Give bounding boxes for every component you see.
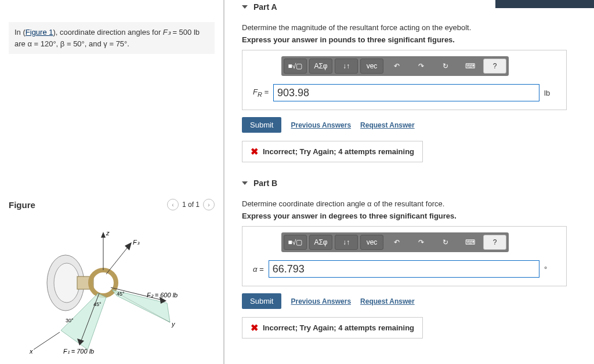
f1-label: F₁ = 700 lb	[63, 348, 94, 355]
part-a-prompt2: Express your answer in pounds to three s…	[242, 35, 582, 44]
keyboard-button[interactable]: ⌨	[459, 59, 481, 73]
part-b-previous-answers-link[interactable]: Previous Answers	[291, 297, 351, 305]
part-a-submit-button[interactable]: Submit	[242, 117, 281, 133]
template-button[interactable]: ■√▢	[284, 59, 307, 74]
updown-button[interactable]: ↓↑	[335, 235, 358, 250]
svg-marker-7	[101, 232, 106, 238]
pager-next-button[interactable]: ›	[203, 199, 215, 210]
part-b-title: Part B	[253, 179, 277, 188]
part-a-request-answer-link[interactable]: Request Answer	[360, 121, 415, 129]
axis-x-label: x	[29, 348, 33, 355]
part-b-answer-input[interactable]	[269, 260, 539, 278]
eyebolt-figure-svg: x y z F₂ = 600 lb 45° F₁ = 700 lb 3	[25, 219, 199, 358]
svg-line-14	[106, 245, 129, 274]
part-a-answer-box: ■√▢ ΑΣφ ↓↑ vec ↶ ↷ ↻ ⌨ ? FR = lb	[242, 50, 567, 110]
intro-suffix: ), coordinate direction angles for	[53, 28, 163, 37]
part-a-toolbar: ■√▢ ΑΣφ ↓↑ vec ↶ ↷ ↻ ⌨ ?	[281, 56, 509, 76]
reset-button[interactable]: ↻	[434, 235, 457, 249]
incorrect-icon: ✖	[251, 322, 258, 333]
reset-button[interactable]: ↻	[434, 59, 457, 73]
ang30: 30°	[66, 318, 74, 323]
part-b-toolbar: ■√▢ ΑΣφ ↓↑ vec ↶ ↷ ↻ ⌨ ?	[281, 232, 509, 252]
axis-y-label: y	[171, 321, 176, 327]
part-b-request-answer-link[interactable]: Request Answer	[360, 297, 415, 305]
svg-point-1	[54, 263, 79, 303]
updown-button[interactable]: ↓↑	[335, 59, 358, 74]
problem-statement: In (Figure 1), coordinate direction angl…	[9, 22, 215, 54]
pager-label: 1 of 1	[182, 201, 200, 209]
part-a-prompt1: Determine the magnitude of the resultant…	[242, 23, 582, 32]
part-b-prompt1: Determine coordinate direction angle α o…	[242, 199, 582, 208]
svg-marker-15	[125, 242, 132, 250]
part-b-var-label: α =	[253, 265, 264, 274]
part-b-submit-button[interactable]: Submit	[242, 293, 281, 309]
part-a-var-label: FR =	[253, 88, 269, 98]
ang45-1: 45°	[93, 301, 102, 307]
help-button[interactable]: ?	[483, 59, 506, 74]
template-button[interactable]: ■√▢	[284, 235, 307, 250]
part-b-block: Part B Determine coordinate direction an…	[242, 179, 582, 338]
f3-label-fig: F₃	[133, 239, 140, 246]
axis-z-label: z	[106, 230, 110, 236]
f2-label: F₂ = 600 lb	[147, 292, 178, 299]
part-a-block: Part A Determine the magnitude of the re…	[242, 2, 582, 162]
figure-diagram: x y z F₂ = 600 lb 45° F₁ = 700 lb 3	[25, 219, 199, 360]
caret-down-icon	[242, 181, 248, 185]
f3-val: = 500 lb	[171, 28, 200, 37]
part-b-unit: °	[544, 265, 559, 274]
part-a-title: Part A	[253, 2, 277, 12]
ang45-2: 45°	[117, 291, 125, 297]
undo-button[interactable]: ↶	[386, 59, 408, 73]
vec-button[interactable]: vec	[360, 235, 383, 250]
caret-down-icon	[242, 5, 248, 9]
part-a-feedback: ✖ Incorrect; Try Again; 4 attempts remai…	[242, 141, 423, 162]
keyboard-button[interactable]: ⌨	[459, 235, 481, 249]
figure-title: Figure	[9, 200, 35, 210]
redo-button[interactable]: ↷	[410, 59, 432, 73]
f3-label: F₃	[163, 28, 171, 37]
undo-button[interactable]: ↶	[386, 235, 408, 249]
pager-prev-button[interactable]: ‹	[167, 199, 179, 210]
part-a-unit: lb	[544, 89, 559, 97]
incorrect-icon: ✖	[251, 146, 258, 157]
part-b-header[interactable]: Part B	[242, 179, 582, 188]
redo-button[interactable]: ↷	[410, 235, 432, 249]
figure-link[interactable]: Figure 1	[26, 28, 53, 37]
greek-button[interactable]: ΑΣφ	[309, 235, 332, 250]
part-b-feedback-text: Incorrect; Try Again; 4 attempts remaini…	[263, 323, 414, 332]
vec-button[interactable]: vec	[360, 59, 383, 74]
figure-pager: ‹ 1 of 1 ›	[167, 199, 215, 210]
part-b-answer-box: ■√▢ ΑΣφ ↓↑ vec ↶ ↷ ↻ ⌨ ? α = °	[242, 226, 567, 286]
part-a-feedback-text: Incorrect; Try Again; 4 attempts remaini…	[263, 147, 414, 156]
part-a-answer-input[interactable]	[273, 84, 539, 101]
help-button[interactable]: ?	[483, 235, 506, 250]
svg-line-4	[34, 332, 60, 350]
part-b-prompt2: Express your answer in degrees to three …	[242, 212, 582, 220]
angles-line: are α = 120°, β = 50°, and γ = 75°.	[15, 39, 129, 48]
intro-prefix: In (	[15, 28, 26, 37]
greek-button[interactable]: ΑΣφ	[309, 59, 332, 74]
header-decoration	[495, 0, 594, 8]
part-a-previous-answers-link[interactable]: Previous Answers	[291, 121, 351, 129]
svg-point-3	[90, 270, 116, 296]
part-b-feedback: ✖ Incorrect; Try Again; 4 attempts remai…	[242, 317, 423, 338]
